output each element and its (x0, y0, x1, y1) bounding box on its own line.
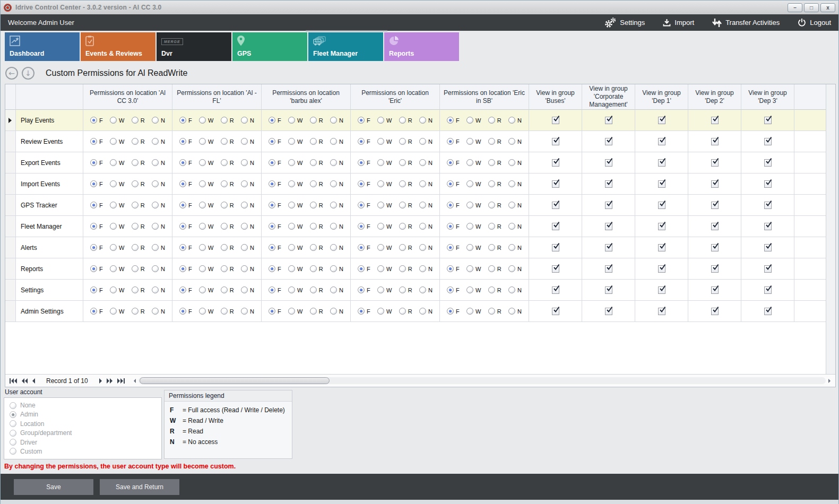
radio-option-w[interactable]: W (288, 223, 302, 230)
settings-button[interactable]: Settings (604, 18, 645, 28)
radio-option-r[interactable]: R (132, 159, 145, 166)
row-label[interactable]: Export Events (16, 152, 83, 173)
radio-option-w[interactable]: W (288, 138, 302, 145)
radio-option-n[interactable]: N (152, 117, 165, 124)
group-view-checkbox[interactable] (711, 244, 719, 251)
radio-option-f[interactable]: F (447, 265, 460, 272)
radio-option-r[interactable]: R (132, 286, 145, 293)
radio-option-w[interactable]: W (199, 244, 213, 251)
radio-option-f[interactable]: F (358, 202, 370, 208)
radio-option-n[interactable]: N (330, 286, 343, 293)
row-label[interactable]: Fleet Manager (16, 216, 83, 237)
group-view-checkbox[interactable] (658, 265, 665, 273)
radio-option-r[interactable]: R (310, 117, 323, 124)
radio-option-f[interactable]: F (269, 117, 281, 124)
row-label[interactable]: Import Events (16, 173, 83, 195)
radio-option-n[interactable]: N (241, 202, 254, 208)
radio-option-n[interactable]: N (508, 286, 522, 293)
radio-option-w[interactable]: W (377, 159, 392, 166)
radio-option-f[interactable]: F (179, 223, 192, 230)
group-view-checkbox[interactable] (658, 138, 665, 145)
group-view-checkbox[interactable] (658, 117, 665, 124)
radio-option-f[interactable]: F (179, 138, 192, 145)
radio-option-n[interactable]: N (241, 286, 254, 293)
radio-option-f[interactable]: F (90, 223, 103, 230)
radio-option-f[interactable]: F (447, 159, 460, 166)
radio-option-r[interactable]: R (221, 308, 234, 315)
radio-option-n[interactable]: N (330, 138, 343, 145)
radio-option-w[interactable]: W (466, 286, 481, 293)
radio-option-f[interactable]: F (447, 202, 460, 208)
group-view-checkbox[interactable] (605, 117, 612, 124)
radio-option-w[interactable]: W (110, 138, 124, 145)
row-label[interactable]: Settings (16, 280, 83, 301)
radio-option-r[interactable]: R (399, 244, 412, 251)
radio-option-r[interactable]: R (399, 286, 412, 293)
radio-option-n[interactable]: N (152, 223, 165, 230)
radio-option-w[interactable]: W (377, 244, 392, 251)
radio-option-n[interactable]: N (419, 117, 433, 124)
radio-option-f[interactable]: F (179, 180, 192, 187)
next-record-button[interactable] (97, 377, 105, 385)
group-view-checkbox[interactable] (552, 223, 559, 230)
radio-option-n[interactable]: N (330, 244, 343, 251)
group-view-checkbox[interactable] (764, 202, 772, 209)
radio-option-r[interactable]: R (310, 223, 323, 230)
radio-option-w[interactable]: W (466, 117, 481, 124)
radio-option-w[interactable]: W (288, 180, 302, 187)
radio-option-n[interactable]: N (241, 180, 254, 187)
group-view-checkbox[interactable] (764, 223, 772, 230)
radio-option-n[interactable]: N (419, 265, 433, 272)
group-view-checkbox[interactable] (552, 265, 559, 273)
radio-option-w[interactable]: W (110, 159, 124, 166)
radio-option-f[interactable]: F (447, 223, 460, 230)
last-record-button[interactable] (115, 377, 127, 385)
radio-option-r[interactable]: R (399, 265, 412, 272)
radio-option-f[interactable]: F (269, 223, 281, 230)
group-view-checkbox[interactable] (605, 265, 612, 273)
minimize-button[interactable]: – (788, 3, 802, 12)
radio-option-w[interactable]: W (377, 286, 392, 293)
radio-option-n[interactable]: N (508, 180, 522, 187)
save-and-return-button[interactable]: Save and Return (100, 479, 179, 495)
radio-option-r[interactable]: R (310, 286, 323, 293)
group-view-checkbox[interactable] (658, 223, 665, 230)
row-label[interactable]: Admin Settings (16, 301, 83, 322)
radio-option-r[interactable]: R (399, 202, 412, 208)
group-view-checkbox[interactable] (552, 180, 559, 188)
radio-option-f[interactable]: F (90, 180, 103, 187)
group-view-checkbox[interactable] (711, 138, 719, 145)
radio-option-n[interactable]: N (241, 117, 254, 124)
radio-option-r[interactable]: R (132, 117, 145, 124)
radio-option-f[interactable]: F (358, 244, 370, 251)
radio-option-r[interactable]: R (399, 117, 412, 124)
radio-option-w[interactable]: W (466, 244, 481, 251)
save-button[interactable]: Save (14, 479, 93, 495)
radio-option-n[interactable]: N (330, 223, 343, 230)
tab-reports[interactable]: Reports (384, 32, 459, 61)
group-view-checkbox[interactable] (605, 138, 612, 145)
radio-option-r[interactable]: R (221, 202, 234, 208)
radio-option-r[interactable]: R (399, 180, 412, 187)
next-page-button[interactable] (105, 377, 115, 385)
radio-option-n[interactable]: N (241, 244, 254, 251)
group-view-checkbox[interactable] (605, 286, 612, 294)
radio-option-f[interactable]: F (179, 286, 192, 293)
account-type-option-driver[interactable]: Driver (10, 439, 156, 446)
radio-option-r[interactable]: R (132, 308, 145, 315)
radio-option-r[interactable]: R (399, 223, 412, 230)
radio-option-r[interactable]: R (488, 138, 501, 145)
radio-option-w[interactable]: W (199, 286, 213, 293)
group-view-checkbox[interactable] (764, 117, 772, 124)
radio-option-r[interactable]: R (488, 286, 501, 293)
group-view-checkbox[interactable] (711, 223, 719, 230)
group-view-checkbox[interactable] (552, 202, 559, 209)
radio-option-r[interactable]: R (221, 180, 234, 187)
group-view-checkbox[interactable] (658, 202, 665, 209)
group-view-checkbox[interactable] (658, 244, 665, 251)
down-arrow-button[interactable]: ↓ (22, 67, 34, 80)
radio-option-n[interactable]: N (330, 159, 343, 166)
radio-option-n[interactable]: N (241, 138, 254, 145)
radio-option-n[interactable]: N (508, 117, 522, 124)
group-view-checkbox[interactable] (552, 159, 559, 167)
